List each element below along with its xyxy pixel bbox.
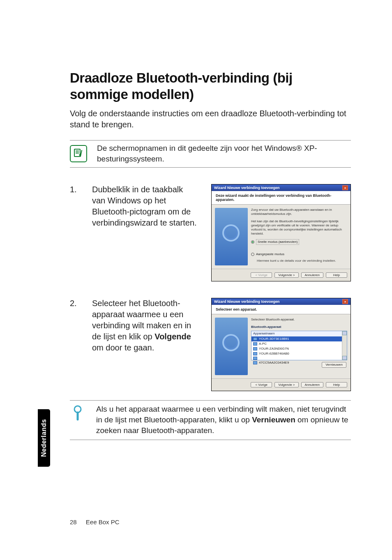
device-listbox[interactable]: Apparaatnaam YOUR-3D73E18B91 A-PC YOUR-Z… [251, 331, 347, 360]
radio-label: Aangepaste modus [256, 252, 284, 256]
step-1: 1. Dubbelklik in de taakbalk van Windows… [70, 184, 351, 281]
wizard-prompt: Selecteer Bluetooth-apparaat. [251, 318, 347, 322]
pc-icon [253, 357, 257, 360]
radio-label: Snelle modus (aanbevolen) [256, 239, 299, 245]
step-lead: Selecteer het Bluetooth- [92, 299, 180, 308]
device-name: 47CC5AA2C0434E9 [259, 361, 289, 365]
device-name: YOUR-ZA3ND0G7N [259, 347, 289, 351]
wizard-illustration [215, 318, 248, 375]
step-number: 2. [70, 298, 83, 308]
device-name: YOUR-3D73E18B91 [259, 337, 289, 341]
help-button[interactable]: Help [326, 272, 347, 278]
note-text: De schermopnamen in dit gedeelte zijn vo… [97, 143, 351, 164]
page-footer: 28 Eee Box PC [70, 519, 120, 525]
window-title: Wizard Nieuwe verbinding toevoegen [214, 300, 279, 304]
close-icon[interactable]: × [342, 299, 348, 304]
scrollbar[interactable] [342, 331, 347, 360]
refresh-button[interactable]: Vernieuwen [322, 362, 346, 368]
radio-sublabel: Hiermee kunt u de details voor de verbin… [257, 259, 347, 263]
pc-icon [253, 342, 257, 346]
note-block: De schermopnamen in dit gedeelte zijn vo… [70, 140, 351, 168]
page-number: 28 [70, 519, 77, 525]
pc-icon [253, 352, 257, 355]
cancel-button[interactable]: Annuleren [301, 272, 323, 278]
wizard-button-row: < Vorige Volgende > Annuleren Help [212, 269, 350, 281]
group-label: Bluetooth-apparaat [251, 325, 347, 329]
pc-icon [253, 361, 257, 364]
tip-bold: Vernieuwen [252, 415, 295, 424]
device-name: YOUR-62BB746AB0 [259, 352, 289, 356]
wizard2-screenshot: Wizard Nieuwe verbinding toevoegen × Sel… [211, 298, 351, 391]
close-icon[interactable]: × [342, 185, 348, 190]
radio-quick-mode[interactable]: Snelle modus (aanbevolen) [251, 239, 347, 245]
scroll-up-icon[interactable] [342, 331, 347, 335]
list-item[interactable]: YOUR-ZA3ND0G7N [251, 346, 342, 351]
wizard-button-row: < Vorige Volgende > Annuleren Help [212, 378, 350, 391]
list-item[interactable] [251, 356, 342, 360]
radio-custom-mode[interactable]: Aangepaste modus [251, 252, 347, 256]
step-lead: Dubbelklik in de taakbalk [92, 185, 183, 194]
list-item[interactable]: YOUR-3D73E18B91 [251, 336, 342, 341]
cancel-button[interactable]: Annuleren [301, 382, 323, 387]
next-button[interactable]: Volgende > [274, 382, 298, 387]
step-number: 1. [70, 184, 83, 194]
wizard1-screenshot: Wizard Nieuwe verbinding toevoegen × Dez… [211, 184, 351, 281]
back-button: < Vorige [251, 272, 272, 278]
list-item[interactable]: A-PC [251, 341, 342, 346]
wizard-header: Deze wizard maakt de instellingen voor v… [212, 191, 350, 205]
list-item[interactable]: YOUR-62BB746AB0 [251, 351, 342, 356]
note-icon [70, 145, 87, 162]
next-button[interactable]: Volgende > [274, 272, 298, 278]
page-content: Draadloze Bluetooth-verbinding (bij somm… [0, 0, 392, 440]
window-title: Wizard Nieuwe verbinding toevoegen [214, 186, 279, 190]
wizard-header: Selecteer een apparaat. [212, 305, 350, 314]
step-rest: van Windows op het Bluetooth-pictogram o… [92, 196, 197, 227]
wizard-instruction-1: Zorg ervoor dat uw Bluetooth-apparaten a… [251, 208, 347, 216]
radio-icon [251, 240, 254, 244]
wizard-instruction-2: Het kan zijn dat de Bluetooth-beveiligin… [251, 219, 347, 236]
radio-icon [251, 253, 254, 256]
tip-block: Als u het apparaat waarmee u een verbind… [70, 400, 351, 440]
step-text: Selecteer het Bluetooth-apparaat waarmee… [92, 298, 202, 353]
step-bold: Volgende [154, 332, 191, 341]
pc-icon [253, 347, 257, 350]
scroll-down-icon[interactable] [342, 356, 347, 360]
intro-text: Volg de onderstaande instructies om een … [70, 108, 351, 130]
window-titlebar: Wizard Nieuwe verbinding toevoegen × [212, 184, 350, 191]
step-2: 2. Selecteer het Bluetooth-apparaat waar… [70, 298, 351, 391]
window-titlebar: Wizard Nieuwe verbinding toevoegen × [212, 298, 350, 305]
language-tab: Nederlands [38, 409, 50, 467]
step-text: Dubbelklik in de taakbalk van Windows op… [92, 184, 202, 228]
help-button[interactable]: Help [326, 382, 347, 387]
magnifier-icon [70, 404, 86, 421]
tip-text: Als u het apparaat waarmee u een verbind… [96, 404, 351, 436]
device-name: A-PC [259, 342, 267, 346]
page-title: Draadloze Bluetooth-verbinding (bij somm… [70, 70, 351, 102]
wizard-illustration [215, 208, 248, 265]
product-name: Eee Box PC [86, 519, 120, 525]
column-header: Apparaatnaam [251, 331, 342, 336]
pc-icon [253, 337, 257, 341]
back-button[interactable]: < Vorige [251, 382, 272, 387]
step-rest-post: om door te gaan. [92, 343, 154, 352]
